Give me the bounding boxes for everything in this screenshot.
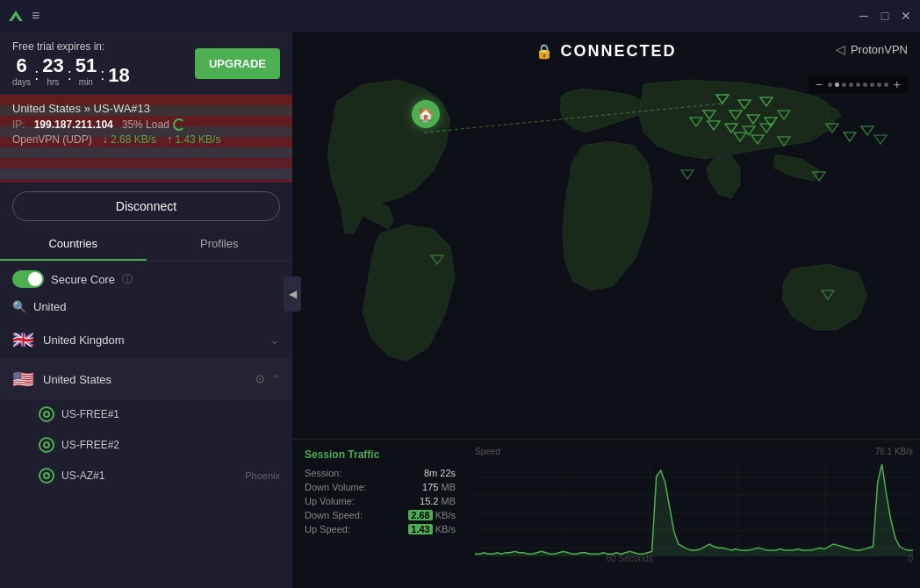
us-free1-ball-icon — [39, 406, 54, 422]
chart-svg-wrap: 60 Seconds 0 — [475, 460, 913, 565]
tab-countries[interactable]: Countries — [0, 228, 147, 261]
speed-chart-svg — [475, 460, 913, 556]
trial-label: Free trial expires in: — [12, 40, 130, 53]
up-icon: ↑ — [167, 133, 172, 146]
trial-minutes-label: min — [79, 77, 93, 87]
session-row: Session: 8m 22s — [305, 468, 456, 478]
connected-header: 🔒 CONNECTED — [292, 42, 920, 61]
disconnect-button[interactable]: Disconnect — [12, 191, 280, 221]
title-bar-left: ≡ — [7, 7, 40, 25]
secure-core-label: Secure Core — [51, 273, 115, 286]
left-panel-collapse-arrow[interactable]: ◀ — [284, 276, 301, 312]
trial-seconds-unit: 18 — [108, 64, 129, 87]
us-free2-inner-icon — [43, 441, 50, 448]
country-item-uk[interactable]: 🇬🇧 United Kingdom ⌄ — [0, 320, 292, 360]
trial-sep-3: : — [100, 66, 104, 84]
title-bar-right: ─ □ ✕ — [857, 9, 913, 23]
server-item-us-free2[interactable]: US-FREE#2 — [0, 430, 292, 461]
proton-brand-name: ProtonVPN — [851, 43, 908, 56]
down-volume-value: 175 MB — [422, 482, 456, 492]
down-speed-label: Down Speed: — [305, 510, 363, 520]
session-label: Session: — [305, 468, 341, 478]
connection-location: United States » US-WA#13 — [12, 102, 280, 115]
zoom-dot-2 — [835, 82, 839, 87]
zoom-dot-8 — [877, 82, 881, 87]
trial-sep-1: : — [34, 66, 39, 84]
secure-core-toggle[interactable] — [12, 270, 44, 288]
down-speed-value-wrap: 2.68 KB/s — [408, 510, 456, 520]
us-az1-inner-icon — [43, 472, 50, 479]
down-speed: ↓ 2.68 KB/s — [103, 133, 156, 146]
down-speed-num: 2.68 — [408, 510, 432, 520]
up-speed-num: 1.43 — [408, 524, 432, 534]
close-button[interactable]: ✕ — [899, 9, 913, 23]
trial-countdown: 6 days : 23 hrs : 51 min : 18 — [12, 54, 130, 87]
trial-hours: 23 — [42, 54, 63, 77]
svg-marker-0 — [9, 11, 23, 21]
up-speed-unit: KB/s — [435, 524, 456, 534]
chart-zero-label: 0 — [908, 554, 913, 563]
down-volume-unit: MB — [442, 482, 456, 492]
chart-kb-label: 76.1 KB/s — [875, 447, 913, 456]
load-label: 35% Load — [122, 118, 169, 131]
left-panel: Free trial expires in: 6 days : 23 hrs :… — [0, 32, 292, 588]
minimize-button[interactable]: ─ — [857, 9, 871, 23]
right-panel: 🔒 CONNECTED ◁ ProtonVPN − + — [292, 32, 920, 588]
connection-ip-row: IP: 199.187.211.104 35% Load — [12, 118, 280, 131]
secure-core-row: Secure Core ⓘ — [0, 262, 292, 297]
search-input[interactable] — [33, 300, 280, 313]
trial-hours-label: hrs — [47, 77, 59, 87]
us-country-right: ⚙ ⌃ — [255, 372, 280, 386]
us-server-icon: ⚙ — [255, 372, 266, 386]
proton-branding: ◁ ProtonVPN — [836, 42, 908, 56]
hamburger-menu-icon[interactable]: ≡ — [32, 8, 40, 24]
traffic-stats: Session Traffic Session: 8m 22s Down Vol… — [292, 440, 468, 588]
protocol-name: OpenVPN (UDP) — [12, 133, 92, 146]
trial-seconds: 18 — [108, 64, 129, 87]
search-icon: 🔍 — [12, 300, 26, 313]
chart-seconds-label: 60 Seconds — [607, 554, 653, 563]
up-speed-label: Up Speed: — [305, 524, 350, 534]
us-free1-name: US-FREE#1 — [61, 408, 280, 420]
trial-sep-2: : — [68, 66, 72, 84]
uk-expand-icon: ⌄ — [270, 333, 280, 347]
us-chevron-icon: ⌃ — [271, 373, 280, 385]
down-speed-value: 2.68 KB/s — [111, 133, 156, 146]
us-az1-name: US-AZ#1 — [61, 470, 238, 482]
us-az1-ball-icon — [39, 468, 54, 484]
chart-area: Speed 76.1 KB/s 60 S — [468, 440, 920, 588]
trial-minutes: 51 — [75, 54, 97, 77]
zoom-plus-button[interactable]: + — [892, 77, 902, 91]
us-flag-icon: 🇺🇸 — [12, 369, 34, 390]
us-free1-inner-icon — [43, 411, 50, 418]
up-volume-label: Up Volume: — [305, 496, 355, 506]
zoom-dot-9 — [884, 82, 888, 87]
home-pin-circle-icon: 🏠 — [412, 100, 440, 128]
trial-banner: Free trial expires in: 6 days : 23 hrs :… — [0, 32, 292, 95]
maximize-button[interactable]: □ — [878, 9, 892, 23]
us-country-name: United States — [43, 373, 246, 386]
server-item-us-free1[interactable]: US-FREE#1 — [0, 399, 292, 430]
down-speed-row: Down Speed: 2.68 KB/s — [305, 510, 456, 520]
up-speed-value-wrap: 1.43 KB/s — [408, 524, 456, 534]
zoom-dot-3 — [842, 82, 846, 87]
zoom-bar: − + — [809, 75, 908, 93]
down-volume-row: Down Volume: 175 MB — [305, 482, 456, 492]
up-volume-num: 15.2 — [420, 496, 438, 506]
trial-days: 6 — [16, 54, 26, 77]
down-icon: ↓ — [103, 133, 108, 146]
tab-profiles[interactable]: Profiles — [147, 228, 293, 261]
lock-icon: 🔒 — [535, 43, 553, 60]
trial-days-label: days — [12, 77, 31, 87]
zoom-dot-7 — [870, 82, 874, 87]
us-free2-ball-icon — [39, 437, 54, 453]
home-pin: 🏠 — [412, 100, 440, 128]
uk-country-name: United Kingdom — [43, 333, 261, 347]
secure-core-info-icon[interactable]: ⓘ — [122, 272, 133, 287]
upgrade-button[interactable]: UPGRADE — [195, 48, 280, 79]
connection-protocol: OpenVPN (UDP) ↓ 2.68 KB/s ↑ 1.43 KB/s — [12, 133, 280, 146]
connected-text: CONNECTED — [560, 42, 676, 61]
zoom-minus-button[interactable]: − — [814, 77, 824, 91]
server-item-us-az1[interactable]: US-AZ#1 Phoenix — [0, 461, 292, 491]
country-item-us[interactable]: 🇺🇸 United States ⚙ ⌃ — [0, 360, 292, 399]
